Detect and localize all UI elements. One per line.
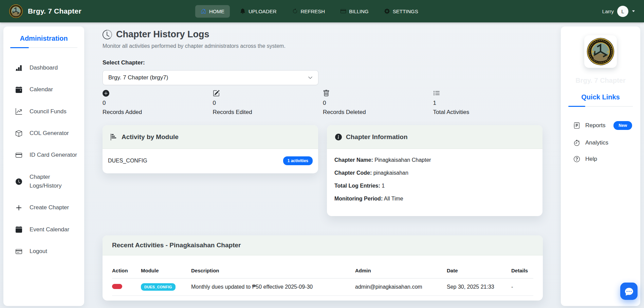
sidebar-item-label: Event Calendar [30, 225, 69, 234]
plus-circle-icon [103, 90, 109, 97]
nav-item-label: REFRESH [301, 8, 325, 14]
quick-link-analytics[interactable]: Analytics [561, 135, 640, 151]
action-badge [112, 284, 122, 289]
brand: Brgy. 7 Chapter [9, 4, 81, 18]
stats-row: 0 Records Added 0 Records Edited 0 Recor… [103, 90, 543, 116]
quick-links-underline [568, 106, 633, 107]
caret-down-icon [632, 9, 635, 13]
sidebar-item-chapter-logs[interactable]: Chapter Logs/History [3, 166, 84, 197]
sidebar-item-create-chapter[interactable]: Create Chapter [3, 197, 84, 218]
info-monitoring-period: Monitoring Period: All Time [334, 196, 535, 202]
nav-item-billing[interactable]: BILLING [335, 5, 374, 18]
sidebar-item-label: Dashboard [30, 63, 58, 72]
trash-icon [323, 90, 330, 97]
sidebar-item-label: ID Card Generator [30, 151, 77, 159]
calendar-icon [16, 86, 22, 93]
sidebar-item-council-funds[interactable]: Council Funds [3, 101, 84, 122]
question-icon [574, 156, 580, 162]
sidebar-item-dashboard[interactable]: Dashboard [3, 57, 84, 79]
activity-count-badge: 1 activities [283, 156, 313, 165]
nav-item-refresh[interactable]: REFRESH [287, 5, 331, 18]
id-card-icon [16, 152, 22, 158]
col-header-admin: Admin [355, 255, 447, 278]
stat-records-added: 0 Records Added [103, 90, 213, 116]
sidebar-item-label: Chapter Logs/History [30, 173, 77, 191]
nav-item-uploader[interactable]: UPLOADER [235, 5, 282, 18]
sidebar-item-label: COL Generator [30, 129, 69, 138]
info-chapter-code: Chapter Code: pinagkaisahan [334, 170, 535, 176]
col-header-description: Description [191, 255, 355, 278]
info-total-log-entries: Total Log Entries: 1 [334, 183, 535, 189]
refresh-icon [292, 8, 298, 14]
journal-icon [574, 122, 580, 129]
nav-item-label: HOME [209, 8, 224, 14]
info-chapter-name: Chapter Name: Pinagkaisahan Chapter [334, 157, 535, 163]
plus-icon [16, 205, 22, 211]
user-name: Larry [602, 8, 614, 14]
new-badge: New [613, 121, 632, 130]
admin-sidebar: Administration Dashboard Calendar Counci… [3, 26, 84, 306]
logout-icon [16, 248, 22, 255]
module-badge: DUES_CONFIG [141, 283, 176, 291]
sidebar-item-col-generator[interactable]: COL Generator [3, 122, 84, 144]
avatar: L [617, 6, 628, 17]
sidebar-item-event-calendar[interactable]: Event Calendar [3, 219, 84, 240]
stopwatch-icon [574, 140, 580, 146]
bell-icon [240, 8, 245, 14]
quick-link-label: Analytics [585, 139, 608, 146]
activity-card-title: Activity by Module [122, 133, 179, 141]
nav-item-home[interactable]: HOME [195, 5, 230, 18]
stat-label: Records Edited [213, 109, 252, 116]
stat-records-deleted: 0 Records Deleted [323, 90, 433, 116]
nav-item-settings[interactable]: SETTINGS [379, 5, 424, 18]
top-navbar: Brgy. 7 Chapter HOME UPLOADER REFRESH BI… [0, 0, 644, 22]
chat-icon [625, 287, 633, 295]
quick-link-help[interactable]: Help [561, 151, 640, 167]
gear-icon [384, 8, 390, 14]
sidebar-item-logout[interactable]: Logout [3, 240, 84, 262]
calendar-icon [16, 226, 22, 233]
sidebar-title-underline [10, 47, 77, 48]
nav-item-label: SETTINGS [393, 8, 418, 14]
stat-label: Records Added [103, 109, 142, 116]
chevron-down-icon [308, 75, 313, 80]
main-nav: HOME UPLOADER REFRESH BILLING SETTINGS [195, 0, 424, 22]
chapter-select-value: Brgy. 7 Chapter (brgy7) [108, 74, 168, 81]
sidebar-item-label: Council Funds [30, 107, 67, 116]
quick-link-label: Help [585, 156, 597, 162]
right-chapter-name: Brgy. 7 Chapter [561, 77, 640, 84]
col-header-action: Action [112, 255, 141, 278]
chapter-select[interactable]: Brgy. 7 Chapter (brgy7) [103, 70, 318, 85]
stat-label: Total Activities [433, 109, 470, 116]
activities-table: Action Module Description Admin Date Det… [112, 255, 533, 296]
main-content: Chapter History Logs Monitor all activit… [103, 22, 543, 308]
sidebar-item-id-card-generator[interactable]: ID Card Generator [3, 144, 84, 166]
sidebar-item-label: Logout [30, 247, 47, 256]
nav-item-label: BILLING [349, 8, 369, 14]
clock-icon [16, 178, 22, 185]
history-icon [103, 30, 112, 39]
stat-total-activities: 1 Total Activities [433, 90, 544, 116]
col-header-details: Details [511, 255, 533, 278]
recent-card-title: Recent Activities - Pinagkaisahan Chapte… [103, 235, 543, 255]
module-name: DUES_CONFIG [108, 158, 147, 164]
chapter-select-label: Select Chapter: [103, 59, 543, 66]
chat-button[interactable] [620, 283, 638, 300]
credit-card-icon [341, 8, 346, 14]
col-header-module: Module [141, 255, 191, 278]
cell-details: - [511, 278, 533, 296]
sidebar-title: Administration [3, 26, 84, 42]
bar-chart-icon [16, 65, 22, 71]
sidebar-item-calendar[interactable]: Calendar [3, 79, 84, 100]
quick-link-reports[interactable]: Reports New [561, 116, 640, 135]
home-icon [201, 8, 206, 14]
stat-value: 0 [323, 100, 326, 107]
stat-value: 0 [213, 100, 216, 107]
quick-links-sidebar: 20 19 Brgy. 7 Chapter Quick Links Report… [561, 26, 640, 306]
info-circle-icon [335, 134, 342, 140]
user-menu[interactable]: Larry L [602, 6, 635, 17]
pencil-square-icon [213, 90, 220, 97]
info-card-title: Chapter Information [346, 133, 408, 141]
stat-records-edited: 0 Records Edited [213, 90, 323, 116]
page-title: Chapter History Logs [116, 29, 209, 40]
